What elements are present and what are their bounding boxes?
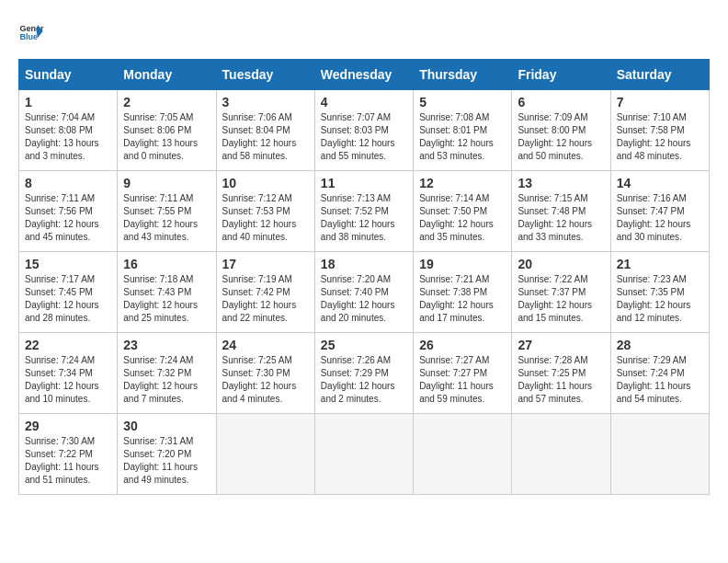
svg-text:Blue: Blue — [19, 32, 38, 41]
calendar-cell: 25Sunrise: 7:26 AMSunset: 7:29 PMDayligh… — [314, 333, 413, 414]
calendar-cell: 27Sunrise: 7:28 AMSunset: 7:25 PMDayligh… — [512, 333, 610, 414]
col-saturday: Saturday — [610, 60, 709, 90]
calendar-row: 8Sunrise: 7:11 AMSunset: 7:56 PMDaylight… — [19, 171, 710, 252]
calendar-cell — [414, 414, 512, 495]
day-number: 14 — [617, 176, 703, 190]
calendar-row: 29Sunrise: 7:30 AMSunset: 7:22 PMDayligh… — [19, 414, 710, 495]
day-number: 15 — [25, 257, 111, 271]
calendar-cell: 8Sunrise: 7:11 AMSunset: 7:56 PMDaylight… — [19, 171, 118, 252]
calendar-cell: 9Sunrise: 7:11 AMSunset: 7:55 PMDaylight… — [118, 171, 216, 252]
calendar-cell: 18Sunrise: 7:20 AMSunset: 7:40 PMDayligh… — [314, 252, 413, 333]
calendar-cell: 15Sunrise: 7:17 AMSunset: 7:45 PMDayligh… — [19, 252, 118, 333]
day-detail: Sunrise: 7:28 AMSunset: 7:25 PMDaylight:… — [518, 355, 592, 404]
day-number: 17 — [222, 257, 309, 271]
day-detail: Sunrise: 7:24 AMSunset: 7:34 PMDaylight:… — [25, 355, 99, 404]
day-detail: Sunrise: 7:15 AMSunset: 7:48 PMDaylight:… — [518, 193, 592, 242]
day-detail: Sunrise: 7:04 AMSunset: 8:08 PMDaylight:… — [25, 112, 99, 161]
calendar-cell: 16Sunrise: 7:18 AMSunset: 7:43 PMDayligh… — [118, 252, 216, 333]
calendar-cell — [512, 414, 610, 495]
logo: General Blue — [18, 18, 44, 44]
calendar-cell: 10Sunrise: 7:12 AMSunset: 7:53 PMDayligh… — [216, 171, 314, 252]
day-number: 6 — [518, 95, 604, 109]
calendar-cell: 13Sunrise: 7:15 AMSunset: 7:48 PMDayligh… — [512, 171, 610, 252]
calendar-cell: 6Sunrise: 7:09 AMSunset: 8:00 PMDaylight… — [512, 90, 610, 171]
calendar-cell — [314, 414, 413, 495]
day-detail: Sunrise: 7:25 AMSunset: 7:30 PMDaylight:… — [222, 355, 297, 404]
calendar-row: 15Sunrise: 7:17 AMSunset: 7:45 PMDayligh… — [19, 252, 710, 333]
day-detail: Sunrise: 7:20 AMSunset: 7:40 PMDaylight:… — [321, 274, 395, 323]
calendar-cell: 19Sunrise: 7:21 AMSunset: 7:38 PMDayligh… — [414, 252, 512, 333]
logo-icon: General Blue — [18, 18, 44, 44]
day-number: 21 — [617, 257, 703, 271]
day-detail: Sunrise: 7:26 AMSunset: 7:29 PMDaylight:… — [321, 355, 395, 404]
day-detail: Sunrise: 7:19 AMSunset: 7:42 PMDaylight:… — [222, 274, 297, 323]
day-number: 30 — [123, 419, 210, 433]
day-number: 4 — [321, 95, 407, 109]
calendar-cell: 17Sunrise: 7:19 AMSunset: 7:42 PMDayligh… — [216, 252, 314, 333]
page-header: General Blue — [18, 18, 710, 44]
day-number: 26 — [419, 338, 506, 352]
calendar-cell: 7Sunrise: 7:10 AMSunset: 7:58 PMDaylight… — [610, 90, 709, 171]
col-sunday: Sunday — [19, 60, 118, 90]
day-detail: Sunrise: 7:27 AMSunset: 7:27 PMDaylight:… — [419, 355, 494, 404]
day-detail: Sunrise: 7:08 AMSunset: 8:01 PMDaylight:… — [419, 112, 494, 161]
day-number: 12 — [419, 176, 506, 190]
calendar-row: 22Sunrise: 7:24 AMSunset: 7:34 PMDayligh… — [19, 333, 710, 414]
day-number: 10 — [222, 176, 309, 190]
day-number: 11 — [321, 176, 407, 190]
calendar-cell: 21Sunrise: 7:23 AMSunset: 7:35 PMDayligh… — [610, 252, 709, 333]
day-number: 2 — [123, 95, 210, 109]
day-detail: Sunrise: 7:11 AMSunset: 7:55 PMDaylight:… — [123, 193, 198, 242]
col-tuesday: Tuesday — [216, 60, 314, 90]
day-number: 7 — [617, 95, 703, 109]
header-row: Sunday Monday Tuesday Wednesday Thursday… — [19, 60, 710, 90]
day-detail: Sunrise: 7:30 AMSunset: 7:22 PMDaylight:… — [25, 436, 99, 485]
day-detail: Sunrise: 7:11 AMSunset: 7:56 PMDaylight:… — [25, 193, 99, 242]
day-number: 16 — [123, 257, 210, 271]
day-detail: Sunrise: 7:12 AMSunset: 7:53 PMDaylight:… — [222, 193, 297, 242]
calendar-cell: 14Sunrise: 7:16 AMSunset: 7:47 PMDayligh… — [610, 171, 709, 252]
day-number: 3 — [222, 95, 309, 109]
day-detail: Sunrise: 7:13 AMSunset: 7:52 PMDaylight:… — [321, 193, 395, 242]
calendar-cell: 24Sunrise: 7:25 AMSunset: 7:30 PMDayligh… — [216, 333, 314, 414]
calendar-row: 1Sunrise: 7:04 AMSunset: 8:08 PMDaylight… — [19, 90, 710, 171]
day-number: 22 — [25, 338, 111, 352]
day-number: 29 — [25, 419, 111, 433]
day-detail: Sunrise: 7:21 AMSunset: 7:38 PMDaylight:… — [419, 274, 494, 323]
calendar-cell: 2Sunrise: 7:05 AMSunset: 8:06 PMDaylight… — [118, 90, 216, 171]
day-number: 27 — [518, 338, 604, 352]
day-number: 25 — [321, 338, 407, 352]
calendar-cell: 20Sunrise: 7:22 AMSunset: 7:37 PMDayligh… — [512, 252, 610, 333]
calendar-cell: 5Sunrise: 7:08 AMSunset: 8:01 PMDaylight… — [414, 90, 512, 171]
day-number: 20 — [518, 257, 604, 271]
col-friday: Friday — [512, 60, 610, 90]
day-detail: Sunrise: 7:05 AMSunset: 8:06 PMDaylight:… — [123, 112, 198, 161]
day-number: 23 — [123, 338, 210, 352]
day-number: 18 — [321, 257, 407, 271]
calendar-cell: 23Sunrise: 7:24 AMSunset: 7:32 PMDayligh… — [118, 333, 216, 414]
day-number: 28 — [617, 338, 703, 352]
day-number: 8 — [25, 176, 111, 190]
calendar-cell — [216, 414, 314, 495]
col-thursday: Thursday — [414, 60, 512, 90]
calendar-cell: 3Sunrise: 7:06 AMSunset: 8:04 PMDaylight… — [216, 90, 314, 171]
day-detail: Sunrise: 7:14 AMSunset: 7:50 PMDaylight:… — [419, 193, 494, 242]
day-detail: Sunrise: 7:07 AMSunset: 8:03 PMDaylight:… — [321, 112, 395, 161]
calendar-cell: 30Sunrise: 7:31 AMSunset: 7:20 PMDayligh… — [118, 414, 216, 495]
calendar-cell: 11Sunrise: 7:13 AMSunset: 7:52 PMDayligh… — [314, 171, 413, 252]
day-detail: Sunrise: 7:22 AMSunset: 7:37 PMDaylight:… — [518, 274, 592, 323]
calendar-cell — [610, 414, 709, 495]
day-detail: Sunrise: 7:24 AMSunset: 7:32 PMDaylight:… — [123, 355, 198, 404]
day-number: 19 — [419, 257, 506, 271]
day-detail: Sunrise: 7:23 AMSunset: 7:35 PMDaylight:… — [617, 274, 691, 323]
day-number: 24 — [222, 338, 309, 352]
day-detail: Sunrise: 7:16 AMSunset: 7:47 PMDaylight:… — [617, 193, 691, 242]
day-detail: Sunrise: 7:09 AMSunset: 8:00 PMDaylight:… — [518, 112, 592, 161]
day-detail: Sunrise: 7:29 AMSunset: 7:24 PMDaylight:… — [617, 355, 691, 404]
calendar-cell: 4Sunrise: 7:07 AMSunset: 8:03 PMDaylight… — [314, 90, 413, 171]
day-number: 13 — [518, 176, 604, 190]
day-detail: Sunrise: 7:31 AMSunset: 7:20 PMDaylight:… — [123, 436, 198, 485]
day-detail: Sunrise: 7:10 AMSunset: 7:58 PMDaylight:… — [617, 112, 691, 161]
day-detail: Sunrise: 7:17 AMSunset: 7:45 PMDaylight:… — [25, 274, 99, 323]
col-wednesday: Wednesday — [314, 60, 413, 90]
